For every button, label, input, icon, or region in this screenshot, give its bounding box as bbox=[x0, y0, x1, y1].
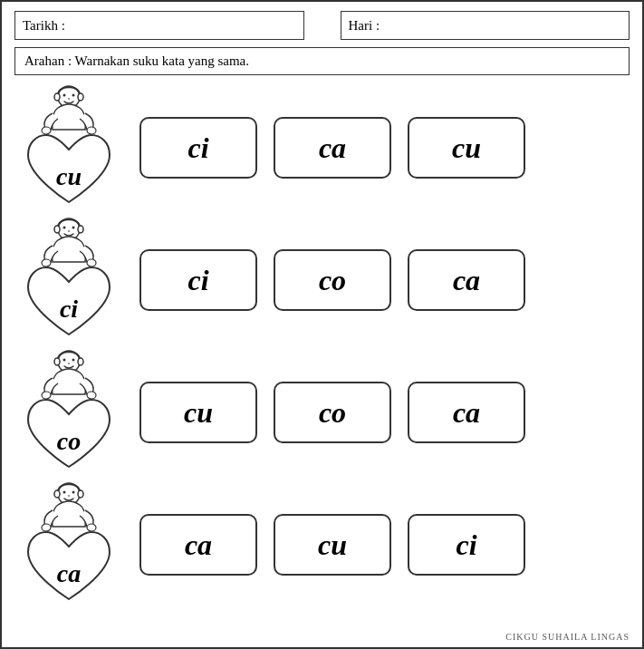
option-box-0-1[interactable]: ca bbox=[274, 117, 391, 179]
option-box-0-2[interactable]: cu bbox=[408, 117, 525, 179]
option-box-1-1[interactable]: co bbox=[274, 249, 391, 311]
word-row-1: cicicoca bbox=[14, 217, 630, 344]
word-row-3: cacacuci bbox=[14, 481, 630, 608]
worksheet-page: Tarikh : Hari : Arahan : Warnakan suku k… bbox=[0, 0, 644, 649]
svg-point-19 bbox=[68, 363, 70, 364]
option-box-2-0[interactable]: cu bbox=[139, 382, 257, 443]
heart-card-1: ci bbox=[14, 217, 123, 344]
svg-point-18 bbox=[72, 359, 75, 362]
svg-point-27 bbox=[68, 495, 70, 497]
svg-point-21 bbox=[78, 358, 83, 365]
option-box-1-0[interactable]: ci bbox=[139, 249, 257, 311]
option-box-2-2[interactable]: ca bbox=[408, 382, 525, 443]
tarikh-field[interactable]: Tarikh : bbox=[14, 11, 304, 40]
tarikh-label: Tarikh : bbox=[23, 18, 65, 34]
option-box-3-0[interactable]: ca bbox=[139, 514, 257, 576]
svg-point-1 bbox=[63, 94, 66, 97]
svg-point-28 bbox=[54, 490, 60, 498]
heart-card-2: co bbox=[14, 349, 123, 476]
svg-point-20 bbox=[54, 358, 60, 365]
svg-point-2 bbox=[72, 94, 75, 97]
heart-card-0: cu bbox=[14, 84, 123, 211]
hari-label: Hari : bbox=[349, 18, 380, 34]
header-row: Tarikh : Hari : bbox=[14, 11, 630, 40]
instruction-box: Arahan : Warnakan suku kata yang sama. bbox=[14, 47, 630, 75]
word-row-0: cucicacu bbox=[14, 84, 630, 211]
option-box-3-1[interactable]: cu bbox=[274, 514, 391, 576]
heart-word-3: ca bbox=[57, 559, 81, 588]
option-box-2-1[interactable]: co bbox=[274, 382, 391, 443]
svg-point-3 bbox=[68, 98, 70, 100]
svg-point-9 bbox=[63, 227, 66, 229]
svg-point-11 bbox=[68, 230, 70, 232]
svg-point-10 bbox=[72, 227, 75, 229]
svg-point-26 bbox=[72, 491, 75, 494]
svg-point-4 bbox=[54, 93, 60, 101]
word-row-2: cocucoca bbox=[14, 349, 630, 476]
heart-word-2: co bbox=[57, 427, 81, 456]
rows-container: cucicacu cicicoca bbox=[14, 84, 630, 610]
instruction-text: Arahan : Warnakan suku kata yang sama. bbox=[24, 53, 249, 68]
svg-point-25 bbox=[63, 491, 66, 494]
svg-point-17 bbox=[63, 359, 66, 362]
heart-word-1: ci bbox=[60, 295, 78, 324]
heart-card-3: ca bbox=[14, 481, 123, 608]
option-box-1-2[interactable]: ca bbox=[408, 249, 525, 311]
hari-field[interactable]: Hari : bbox=[341, 11, 630, 40]
heart-word-0: cu bbox=[56, 162, 82, 191]
footer-credit: CIKGU SUHAILA LINGAS bbox=[505, 632, 630, 642]
option-box-0-0[interactable]: ci bbox=[139, 117, 257, 179]
svg-point-29 bbox=[78, 490, 83, 498]
svg-point-13 bbox=[78, 226, 83, 233]
option-box-3-2[interactable]: ci bbox=[408, 514, 525, 576]
svg-point-5 bbox=[78, 93, 83, 101]
svg-point-12 bbox=[54, 226, 60, 233]
